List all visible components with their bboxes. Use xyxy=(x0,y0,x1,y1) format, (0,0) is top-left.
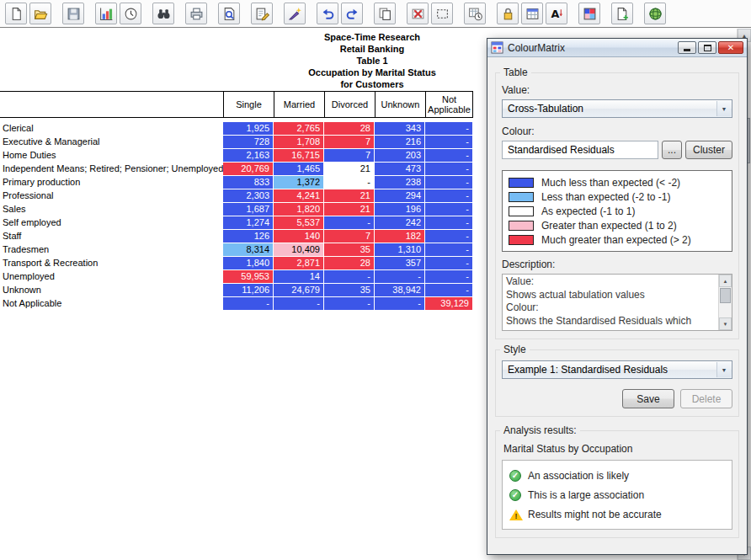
print-preview-button[interactable] xyxy=(218,3,240,24)
data-cell[interactable]: 7 xyxy=(324,230,374,243)
data-cell[interactable]: - xyxy=(375,297,424,310)
column-header[interactable]: Single xyxy=(223,92,274,117)
data-cell[interactable]: 20,769 xyxy=(223,163,273,175)
bar-chart-button[interactable] xyxy=(95,3,117,24)
edit-notes-button[interactable] xyxy=(251,3,273,24)
style-dropdown[interactable]: Example 1: Standardised Residuals ▼ xyxy=(502,360,732,379)
dialog-titlebar[interactable]: ColourMatrix ✕ xyxy=(487,39,747,57)
data-cell[interactable]: - xyxy=(425,257,472,269)
data-cell[interactable]: 28 xyxy=(324,257,374,269)
data-cell[interactable]: 1,465 xyxy=(274,163,323,175)
scroll-down-icon[interactable]: ▼ xyxy=(719,317,732,330)
data-cell[interactable]: 1,372 xyxy=(274,176,323,189)
scroll-up-icon[interactable]: ▲ xyxy=(719,275,732,287)
data-cell[interactable]: 242 xyxy=(375,216,424,229)
data-cell[interactable]: 473 xyxy=(375,163,424,175)
data-cell[interactable]: 14 xyxy=(274,270,323,283)
data-cell[interactable]: - xyxy=(425,136,472,148)
data-cell[interactable]: 1,274 xyxy=(223,216,273,229)
add-document-button[interactable] xyxy=(611,3,633,24)
data-cell[interactable]: - xyxy=(324,270,374,283)
data-cell[interactable]: - xyxy=(425,270,472,283)
data-cell[interactable]: - xyxy=(375,270,424,283)
data-cell[interactable]: 21 xyxy=(324,189,374,202)
delete-table-button[interactable] xyxy=(407,3,429,24)
open-file-button[interactable] xyxy=(29,3,51,24)
data-cell[interactable]: 7 xyxy=(324,149,374,162)
data-cell[interactable]: 833 xyxy=(223,176,273,189)
delete-button[interactable]: Delete xyxy=(680,389,732,408)
data-cell[interactable]: - xyxy=(425,230,472,243)
data-cell[interactable]: 126 xyxy=(223,230,273,243)
browse-button[interactable]: ... xyxy=(662,141,682,159)
redo-button[interactable] xyxy=(341,3,363,24)
cluster-button[interactable]: Cluster xyxy=(685,141,732,159)
data-cell[interactable]: 39,129 xyxy=(425,297,472,310)
data-cell[interactable]: 238 xyxy=(375,176,424,189)
data-cell[interactable]: 140 xyxy=(274,230,323,243)
colour-field[interactable]: Standardised Residuals xyxy=(502,141,658,159)
description-scroll-thumb[interactable] xyxy=(720,288,731,303)
data-cell[interactable]: 203 xyxy=(375,149,424,162)
column-header[interactable]: Married xyxy=(274,92,324,117)
value-dropdown[interactable]: Cross-Tabulation ▼ xyxy=(502,99,732,118)
data-cell[interactable]: 28 xyxy=(324,122,374,135)
data-cell[interactable]: - xyxy=(425,243,472,256)
data-cell[interactable]: 1,687 xyxy=(223,203,273,216)
data-cell[interactable]: 4,241 xyxy=(274,189,323,202)
select-region-button[interactable] xyxy=(431,3,453,24)
data-cell[interactable]: 357 xyxy=(375,257,424,269)
data-cell[interactable]: 21 xyxy=(324,163,374,175)
find-binoculars-button[interactable] xyxy=(152,3,174,24)
data-cell[interactable]: 16,715 xyxy=(274,149,323,162)
row-label[interactable]: Clerical xyxy=(0,122,223,135)
save-button[interactable] xyxy=(62,3,84,24)
data-cell[interactable]: 343 xyxy=(375,122,424,135)
colour-matrix-button[interactable] xyxy=(578,3,600,24)
data-cell[interactable]: 1,925 xyxy=(223,122,273,135)
row-label[interactable]: Not Applicable xyxy=(0,297,223,310)
description-box[interactable]: Value:Shows actual tabulation valuesColo… xyxy=(502,274,732,331)
row-label[interactable]: Self employed xyxy=(0,216,223,229)
row-label[interactable]: Transport & Recreation xyxy=(0,257,223,269)
data-cell[interactable]: 1,820 xyxy=(274,203,323,216)
row-label[interactable]: Professional xyxy=(0,189,223,202)
data-cell[interactable]: 35 xyxy=(324,243,374,256)
close-button[interactable]: ✕ xyxy=(718,41,743,54)
data-cell[interactable]: - xyxy=(324,176,374,189)
data-cell[interactable]: 1,708 xyxy=(274,136,323,148)
data-cell[interactable]: - xyxy=(425,176,472,189)
row-label[interactable]: Executive & Managerial xyxy=(0,136,223,148)
row-label[interactable]: Unemployed xyxy=(0,270,223,283)
data-cell[interactable]: - xyxy=(425,189,472,202)
data-cell[interactable]: 728 xyxy=(223,136,273,148)
data-cell[interactable]: 2,765 xyxy=(274,122,323,135)
save-button[interactable]: Save xyxy=(622,389,674,408)
column-header[interactable]: Divorced xyxy=(324,92,375,117)
row-label[interactable]: Tradesmen xyxy=(0,243,223,256)
font-size-button[interactable]: A xyxy=(546,3,567,24)
data-cell[interactable]: 7 xyxy=(324,136,374,148)
row-label[interactable]: Independent Means; Retired; Pensioner; U… xyxy=(0,163,223,175)
data-cell[interactable]: 216 xyxy=(375,136,424,148)
data-cell[interactable]: - xyxy=(425,216,472,229)
data-cell[interactable]: 2,871 xyxy=(274,257,323,269)
minimize-button[interactable] xyxy=(678,41,696,54)
data-cell[interactable]: - xyxy=(274,297,323,310)
row-label[interactable]: Primary production xyxy=(0,176,223,189)
undo-button[interactable] xyxy=(317,3,338,24)
description-scrollbar[interactable]: ▲ ▼ xyxy=(718,275,732,330)
data-cell[interactable]: 10,409 xyxy=(274,243,323,256)
time-table-button[interactable] xyxy=(464,3,486,24)
data-cell[interactable]: 21 xyxy=(324,203,374,216)
data-cell[interactable]: - xyxy=(425,122,472,135)
data-cell[interactable]: 2,163 xyxy=(223,149,273,162)
data-cell[interactable]: 182 xyxy=(375,230,424,243)
globe-button[interactable] xyxy=(644,3,666,24)
column-header[interactable]: Not Applicable xyxy=(425,92,473,117)
data-cell[interactable]: 11,206 xyxy=(223,284,273,296)
data-cell[interactable]: 59,953 xyxy=(223,270,273,283)
maximize-button[interactable] xyxy=(698,41,716,54)
data-cell[interactable]: - xyxy=(223,297,273,310)
print-button[interactable] xyxy=(185,3,207,24)
